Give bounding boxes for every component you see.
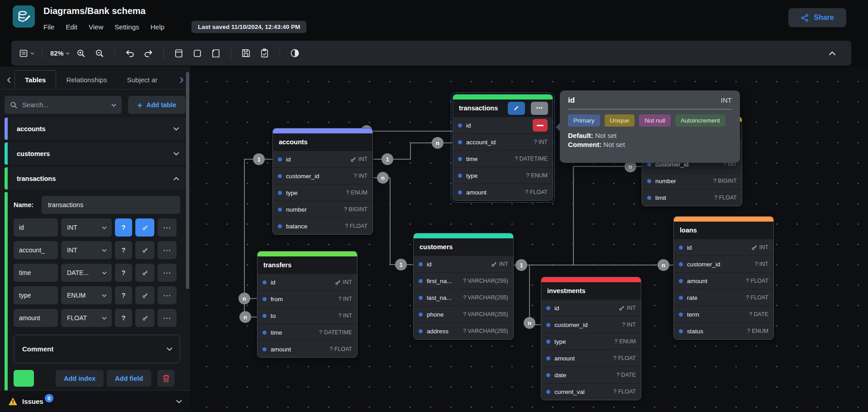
table-field-row[interactable]: customer_id? INT — [541, 316, 641, 333]
table-field-row[interactable]: amount? FLOAT — [541, 350, 641, 366]
field-name-box[interactable]: amount — [14, 309, 58, 327]
table-field-row[interactable]: rate? FLOAT — [674, 289, 773, 306]
table-field-row[interactable]: time? DATETIME — [258, 324, 357, 341]
table-field-row[interactable]: to? INT — [258, 307, 357, 324]
chevron-down-icon[interactable] — [173, 152, 179, 156]
menu-item-help[interactable]: Help — [150, 23, 164, 31]
menu-item-edit[interactable]: Edit — [66, 23, 77, 31]
table-field-row[interactable]: first_na...? VARCHAR(255) — [414, 272, 513, 289]
toolbar-collapse-button[interactable] — [825, 45, 839, 62]
field-type-select[interactable]: INT — [61, 241, 112, 259]
zoom-out-button[interactable] — [92, 45, 107, 62]
table-field-row[interactable]: account_id? INT — [453, 133, 553, 150]
menu-item-file[interactable]: File — [43, 23, 54, 31]
table-color-swatch[interactable] — [14, 370, 34, 387]
nullable-toggle-button[interactable]: ? — [115, 286, 132, 304]
table-title-row[interactable]: transfers — [258, 256, 357, 274]
delete-table-button[interactable] — [157, 370, 175, 387]
add-field-button[interactable]: Add field — [107, 370, 151, 387]
edit-table-button[interactable] — [508, 102, 525, 115]
table-title-row[interactable]: investments — [541, 282, 641, 299]
table-field-row[interactable]: idINT — [273, 151, 372, 167]
table-field-row[interactable]: idINT — [414, 256, 513, 272]
search-input[interactable] — [22, 101, 107, 109]
zoom-level-button[interactable]: 82% — [50, 45, 70, 62]
theme-button[interactable] — [288, 45, 302, 62]
table-title-row[interactable]: transactions⋯ — [453, 99, 553, 117]
table-title-row[interactable]: loans — [674, 222, 773, 239]
field-more-button[interactable]: ⋯ — [157, 309, 176, 327]
tab-subject-ar[interactable]: Subject ar — [117, 70, 167, 89]
field-more-button[interactable]: ⋯ — [157, 241, 176, 259]
chevron-down-icon[interactable] — [173, 127, 179, 131]
table-card-accounts[interactable]: accountsidINTcustomer_id? INTtype? ENUMn… — [272, 128, 373, 235]
field-name-box[interactable]: id — [14, 218, 58, 237]
field-type-select[interactable]: DATE... — [61, 264, 112, 282]
table-field-row[interactable]: date? DATE — [541, 366, 641, 383]
primary-key-toggle-button[interactable] — [135, 309, 154, 327]
table-card-transactions[interactable]: transactions⋯idaccount_id? INTtime? DATE… — [453, 94, 553, 201]
save-button[interactable] — [239, 45, 253, 62]
table-field-row[interactable]: type? ENUM — [273, 184, 372, 201]
table-field-row[interactable]: amount? FLOAT — [453, 184, 553, 200]
chevron-up-icon[interactable] — [173, 177, 179, 180]
field-name-box[interactable]: time — [14, 264, 58, 282]
field-more-button[interactable]: ⋯ — [157, 264, 176, 282]
table-card-investments[interactable]: investmentsidINTcustomer_id? INTtype? EN… — [541, 277, 641, 400]
nullable-toggle-button[interactable]: ? — [115, 264, 132, 282]
table-card-transfers[interactable]: transfersidINTfrom? INTto? INTtime? DATE… — [257, 251, 358, 358]
table-field-row[interactable]: balance? FLOAT — [273, 218, 372, 234]
table-title-row[interactable]: accounts — [273, 133, 372, 151]
table-field-row[interactable]: number? BIGINT — [642, 172, 742, 189]
add-table-button[interactable]: + Add table — [128, 96, 186, 114]
field-more-button[interactable]: ⋯ — [157, 218, 176, 237]
relationship-line[interactable] — [512, 265, 541, 325]
caret-down-icon[interactable] — [111, 104, 116, 107]
header-layout-button[interactable] — [19, 45, 34, 62]
field-type-select[interactable]: FLOAT — [61, 309, 112, 327]
table-field-row[interactable]: customer_id? INT — [674, 256, 773, 272]
relationship-line[interactable] — [373, 178, 413, 265]
chevron-down-icon[interactable] — [176, 400, 182, 403]
table-field-row[interactable]: customer_id? INT — [273, 167, 372, 184]
table-card-customers[interactable]: customersidINTfirst_na...? VARCHAR(255)l… — [413, 233, 514, 340]
sidebar-item-transactions[interactable]: transactions — [5, 167, 186, 189]
table-field-row[interactable]: idINT — [541, 299, 641, 316]
redo-button[interactable] — [141, 45, 156, 62]
field-type-select[interactable]: ENUM — [61, 286, 112, 304]
comment-collapsible[interactable]: Comment — [14, 335, 180, 363]
table-field-row[interactable]: idINT — [674, 239, 773, 256]
issues-bar[interactable]: Issues 0 — [0, 390, 190, 412]
add-index-button[interactable]: Add index — [56, 370, 104, 387]
table-field-row[interactable]: status? ENUM — [674, 322, 773, 339]
sidebar-scrollbar[interactable] — [186, 72, 189, 289]
table-field-row[interactable]: number? BIGINT — [273, 201, 372, 218]
primary-key-toggle-button[interactable] — [135, 286, 154, 304]
sidebar-item-accounts[interactable]: accounts — [5, 118, 186, 140]
table-field-row[interactable]: last_na...? VARCHAR(255) — [414, 289, 513, 306]
relationship-line[interactable] — [573, 166, 642, 265]
nullable-toggle-button[interactable]: ? — [115, 241, 132, 259]
table-field-row[interactable]: type? ENUM — [541, 333, 641, 350]
field-more-button[interactable]: ⋯ — [157, 286, 176, 304]
share-button[interactable]: Share — [788, 8, 846, 27]
add-table-tool-button[interactable] — [172, 45, 186, 62]
sidebar-item-customers[interactable]: customers — [5, 142, 186, 165]
tab-tables[interactable]: Tables — [14, 70, 56, 89]
primary-key-toggle-button[interactable] — [135, 264, 154, 282]
todo-button[interactable] — [258, 45, 272, 62]
add-area-tool-button[interactable] — [190, 45, 205, 62]
field-name-box[interactable]: type — [14, 286, 58, 304]
primary-key-toggle-button[interactable] — [135, 241, 154, 259]
table-field-row[interactable]: term? DATE — [674, 306, 773, 322]
tabs-scroll-left-button[interactable] — [3, 71, 14, 89]
table-card-loans[interactable]: loansidINTcustomer_id? INTamount? FLOATr… — [673, 216, 774, 340]
delete-field-button[interactable] — [533, 119, 548, 132]
table-field-row[interactable]: current_val? FLOAT — [541, 383, 641, 400]
tab-relationships[interactable]: Relationships — [56, 70, 117, 89]
table-title-row[interactable]: customers — [414, 238, 513, 256]
nullable-toggle-button[interactable]: ? — [115, 309, 132, 327]
nullable-toggle-button[interactable]: ? — [115, 218, 132, 237]
menu-item-view[interactable]: View — [89, 23, 103, 31]
table-field-row[interactable]: type? ENUM — [453, 167, 553, 184]
